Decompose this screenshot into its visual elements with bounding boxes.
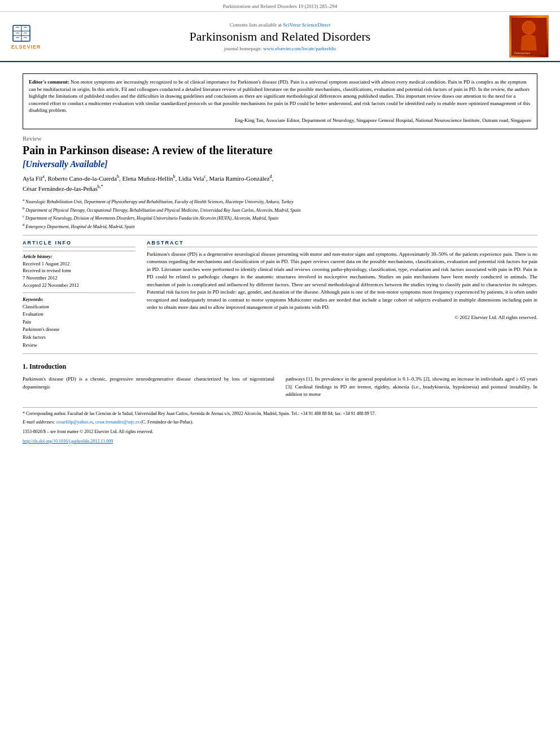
intro-title: Introduction — [29, 362, 66, 370]
abstract-column: ABSTRACT Parkinson's disease (PD) is a d… — [147, 240, 537, 350]
intro-col-1: Parkinson's disease (PD) is a chronic, p… — [23, 375, 274, 399]
revised-date: Received in revised form7 November 2012 — [23, 267, 135, 282]
editor-attribution: Eng-King Tan, Associate Editor, Departme… — [29, 117, 531, 124]
accepted-date: Accepted 22 November 2012 — [23, 282, 135, 289]
author-6: César Fernández-de-las-Peñasb,* — [23, 185, 103, 192]
author-5: María Ramiro-Gonzálezd, — [209, 175, 273, 182]
editor-comment-body: Non motor symptoms are increasingly reco… — [29, 79, 530, 113]
editor-comment-box: Editor's comment: Non motor symptoms are… — [23, 73, 537, 129]
email-link-1[interactable]: cesarfilip@yahoo.es — [56, 420, 93, 425]
intro-paragraph-1: Parkinson's disease (PD) is a chronic, p… — [23, 375, 274, 391]
keyword-3: Pain — [23, 318, 135, 326]
journal-homepage: journal homepage: www.elsevier.com/locat… — [56, 46, 504, 51]
doi-line: http://dx.doi.org/10.1016/j.parkreldis.2… — [23, 438, 537, 445]
intro-paragraph-2: pathways [1]. Its prevalence in the gene… — [286, 375, 537, 399]
keyword-1: Classification — [23, 303, 135, 311]
keywords-label: Keywords: — [23, 296, 135, 302]
affiliation-d: d Emergency Department, Hospital de Madr… — [23, 222, 537, 230]
email-link-2[interactable]: cesar.fernandez@urjc.es — [95, 420, 139, 425]
affiliations: a Neurologic Rehabilitation Unit, Depart… — [23, 197, 537, 230]
issn-line: 1353-8020/$ – see front matter © 2012 El… — [23, 429, 537, 435]
received-date: Received 1 August 2012 — [23, 260, 135, 268]
affiliation-b: b Department of Physical Therapy, Occupa… — [23, 206, 537, 214]
doi-link[interactable]: http://dx.doi.org/10.1016/j.parkreldis.2… — [23, 439, 113, 444]
author-3: Elena Muñoz-Hellínb, — [122, 175, 178, 182]
journal-title: Parkinsonism and Related Disorders — [56, 29, 504, 44]
keyword-2: Evaluation — [23, 311, 135, 318]
svg-point-7 — [522, 21, 535, 34]
article-title: Pain in Parkinson disease: A review of t… — [23, 143, 537, 158]
affiliation-a: a Neurologic Rehabilitation Unit, Depart… — [23, 197, 537, 206]
abstract-copyright: © 2012 Elsevier Ltd. All rights reserved… — [147, 314, 537, 320]
journal-citation: Parkinsonism and Related Disorders 19 (2… — [223, 3, 337, 9]
info-abstract-section: ARTICLE INFO Article history: Received 1… — [23, 240, 537, 350]
keyword-4: Parkinson's disease — [23, 326, 135, 334]
main-content: Editor's comment: Non motor symptoms are… — [0, 62, 560, 451]
page: Parkinsonism and Related Disorders 19 (2… — [0, 0, 560, 747]
divider-1 — [23, 235, 537, 235]
article-subtitle: [Universally Available] — [23, 159, 537, 169]
issn-text: 1353-8020/$ – see front matter © 2012 El… — [23, 429, 154, 434]
intro-number: 1. — [23, 362, 28, 370]
authors-list: Ayla Fila, Roberto Cano-de-la-Cuerdab, E… — [23, 174, 537, 195]
editor-comment-label: Editor's comment: — [29, 79, 69, 85]
intro-col-2: pathways [1]. Its prevalence in the gene… — [286, 375, 537, 399]
homepage-link[interactable]: www.elsevier.com/locate/parkreldis — [263, 46, 336, 51]
intro-section-title: 1. Introduction — [23, 362, 537, 371]
journal-header: ELSEVIER Contents lists available at Sci… — [0, 12, 560, 62]
svg-text:Parkinsonism: Parkinsonism — [514, 51, 531, 54]
elsevier-logo-area: ELSEVIER — [6, 23, 56, 51]
svg-text:ELSEVIER: ELSEVIER — [11, 44, 41, 50]
footnotes: * Corresponding author. Facultad de las … — [23, 407, 537, 445]
abstract-header: ABSTRACT — [147, 240, 537, 247]
affiliation-c: c Department of Neurology, Division of M… — [23, 213, 537, 222]
editor-comment-text: Editor's comment: Non motor symptoms are… — [29, 78, 531, 114]
journal-cover-image: Parkinsonism — [509, 15, 549, 58]
divider-2 — [23, 353, 537, 354]
sciverse-line: Contents lists available at SciVerse Sci… — [56, 22, 504, 28]
author-1: Ayla Fila, — [23, 175, 47, 182]
email-addresses-note: E-mail addresses: cesarfilip@yahoo.es, c… — [23, 419, 537, 426]
article-info-column: ARTICLE INFO Article history: Received 1… — [23, 240, 135, 350]
top-reference: Parkinsonism and Related Disorders 19 (2… — [0, 0, 560, 12]
contents-text: Contents lists available at — [230, 22, 282, 28]
keyword-6: Review — [23, 342, 135, 350]
journal-title-area: Contents lists available at SciVerse Sci… — [56, 22, 504, 51]
keyword-5: Risk factors — [23, 334, 135, 342]
elsevier-logo-icon: ELSEVIER — [8, 23, 54, 51]
abstract-text: Parkinson's disease (PD) is a degenerati… — [147, 251, 537, 312]
email-note: (C. Fernández-de-las-Peñas). — [141, 420, 193, 425]
journal-cover-area: Parkinsonism — [504, 15, 554, 58]
history-label: Article history: — [23, 254, 135, 259]
intro-body: Parkinson's disease (PD) is a chronic, p… — [23, 375, 537, 399]
article-type: Review — [23, 135, 537, 142]
article-info-header: ARTICLE INFO — [23, 240, 135, 247]
corresponding-author-note: * Corresponding author. Facultad de las … — [23, 410, 537, 417]
author-4: Lidia Velac, — [178, 175, 209, 182]
author-2: Roberto Cano-de-la-Cuerdab, — [47, 175, 122, 182]
sciverse-link[interactable]: SciVerse ScienceDirect — [283, 22, 330, 28]
introduction-section: 1. Introduction Parkinson's disease (PD)… — [23, 362, 537, 399]
